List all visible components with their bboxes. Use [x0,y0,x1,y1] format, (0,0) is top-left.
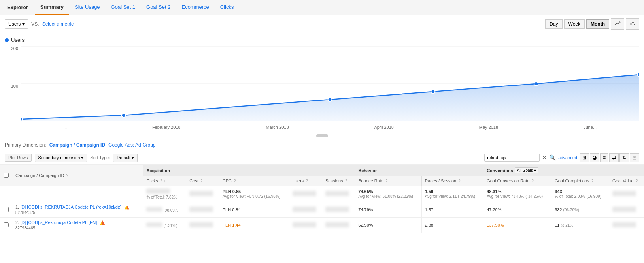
cost-subheader[interactable]: Cost ? [186,176,219,186]
row2-pages-value: 2.88 [425,223,433,227]
chart-scrollbar[interactable] [5,133,639,139]
week-button[interactable]: Week [564,19,585,29]
row2-gc-value: 11 [555,223,559,227]
bounce-rate-subheader[interactable]: Bounce Rate ? [355,176,421,186]
row1-id: 827844375 [15,210,35,215]
acquisition-header: Acquisition [143,165,355,176]
row1-gv-cell [609,202,644,218]
pages-help-icon[interactable]: ? [458,179,461,183]
all-goals-button[interactable]: All Goals ▾ [515,167,538,173]
cpc-help-icon[interactable]: ? [234,179,236,183]
goal-value-subheader[interactable]: Goal Value ? [609,176,644,186]
row2-campaign-link[interactable]: [D] [COD] s_Rekrutacja Codete PL [EN] [20,220,98,225]
row2-sessions-cell [322,218,355,233]
x-label-0: ... [63,125,67,130]
compare-view-icon[interactable]: ⇄ [609,153,619,162]
goal-conversion-rate-subheader[interactable]: Goal Conversion Rate ? [483,176,551,186]
row1-checkbox[interactable] [4,207,9,212]
sessions-subheader[interactable]: Sessions ? [322,176,355,186]
row1-campaign-cell: 1. [D] [COD] s_REKRUTACJA Codete PL (rek… [12,202,143,218]
tab-clicks[interactable]: Clicks [215,0,240,15]
campaign-help-icon[interactable]: ? [66,173,69,178]
row2-cost-cell [186,218,219,233]
grid-view-icon[interactable]: ⊞ [580,153,589,162]
tab-ecommerce[interactable]: Ecommerce [176,0,214,15]
x-label-apr: April 2018 [374,125,394,130]
tab-goal-set-1[interactable]: Goal Set 1 [106,0,141,15]
primary-dim-value[interactable]: Campaign / Campaign ID [49,142,105,148]
row1-campaign-link[interactable]: [D] [COD] s_REKRUTACJA Codete PL (rek=10… [20,205,123,209]
sort-arrow-icon: ↓ [163,179,165,183]
scatter-chart-icon[interactable] [626,18,639,30]
row1-gc-cell: 332 (96.79%) [551,202,609,218]
cost-help-icon[interactable]: ? [200,179,203,183]
line-chart-icon[interactable] [611,18,624,30]
table-row: 2. [D] [COD] s_Rekrutacja Codete PL [EN]… [0,218,644,233]
blurred-sessions-row1 [325,207,349,212]
plot-rows-button[interactable]: Plot Rows [5,154,32,162]
tab-summary[interactable]: Summary [35,0,69,15]
bounce-help-icon[interactable]: ? [385,179,388,183]
cpc-subheader[interactable]: CPC ? [219,176,289,186]
row2-checkbox[interactable] [4,222,9,227]
select-metric-link[interactable]: Select a metric [42,21,74,27]
pie-view-icon[interactable]: ◕ [590,153,599,162]
blurred-cost-total [189,191,213,196]
tab-site-usage[interactable]: Site Usage [69,0,106,15]
row1-gc-value: 332 [555,207,562,212]
custom-view-icon[interactable]: ⊟ [630,153,639,162]
gv-help-icon[interactable]: ? [636,179,638,183]
search-icon[interactable]: 🔍 [549,154,556,161]
sort-default-button[interactable]: Default ▾ [113,154,138,162]
gc-help-icon[interactable]: ? [591,179,594,183]
row2-pages-cell: 2.88 [421,218,483,233]
blurred-clicks-row1 [146,207,162,212]
table-controls-left: Plot Rows Secondary dimension ▾ Sort Typ… [5,154,138,162]
clear-search-icon[interactable]: ✕ [542,154,547,161]
row1-num: 1. [15,205,19,209]
gcr-help-icon[interactable]: ? [531,179,534,183]
secondary-dimension-button[interactable]: Secondary dimension ▾ [35,154,87,162]
tab-goal-set-2[interactable]: Goal Set 2 [141,0,176,15]
totals-gc-value: 343 [555,189,562,194]
users-help-icon[interactable]: ? [306,179,308,183]
goal-completions-subheader[interactable]: Goal Completions ? [551,176,609,186]
row1-checkbox-cell[interactable] [0,202,12,218]
chevron-down-icon-secondary: ▾ [81,155,83,160]
totals-users-cell [289,186,322,202]
row2-gc-pct: (3.21%) [561,223,574,227]
day-button[interactable]: Day [545,19,562,29]
right-controls: Day Week Month [545,18,639,30]
table-controls-right: ✕ 🔍 advanced ⊞ ◕ ≡ ⇄ ⇅ ⊟ [484,153,639,162]
legend-label: Users [11,37,25,43]
row1-pages-value: 1.57 [425,207,433,212]
blurred-cost-row1 [189,207,213,212]
pages-session-subheader[interactable]: Pages / Session ? [421,176,483,186]
svg-point-2 [634,24,635,25]
advanced-link[interactable]: advanced [558,155,577,160]
sessions-help-icon[interactable]: ? [345,179,347,183]
chart-container: 200 100 [5,46,639,133]
row2-id: 827934465 [15,226,35,230]
scroll-handle[interactable] [316,134,328,137]
blurred-sessions-row2 [325,222,349,227]
search-input[interactable] [484,154,540,162]
users-subheader[interactable]: Users ? [289,176,322,186]
row2-checkbox-cell[interactable] [0,218,12,233]
select-all-input[interactable] [4,173,9,178]
select-all-checkbox[interactable] [0,165,12,186]
pivot-view-icon[interactable]: ⇅ [619,153,629,162]
list-view-icon[interactable]: ≡ [600,153,608,162]
row2-users-cell [289,218,322,233]
totals-cost-cell [186,186,219,202]
google-ads-link[interactable]: Google Ads: Ad Group [108,142,155,148]
month-button[interactable]: Month [586,19,609,29]
controls-row: Users ▾ VS. Select a metric Day Week Mon… [0,15,644,33]
clicks-subheader[interactable]: Clicks ? ↓ [143,176,186,186]
svg-point-1 [632,22,634,23]
metric-dropdown[interactable]: Users ▾ [5,19,28,29]
x-label-jun: June... [584,125,597,130]
clicks-help-icon[interactable]: ? [160,179,162,183]
row1-gcr-cell: 47.29% [483,202,551,218]
table-wrapper: Campaign / Campaign ID ? Acquisition Beh… [0,165,644,233]
